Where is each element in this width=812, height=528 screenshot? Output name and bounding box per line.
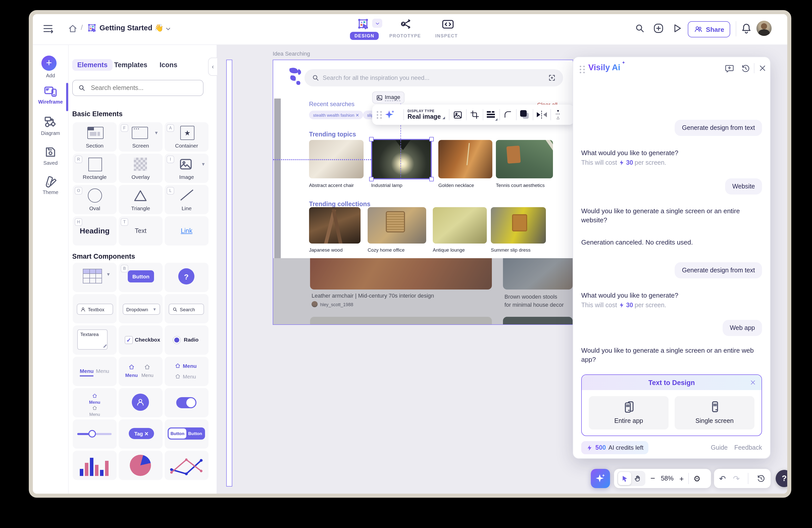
undo-icon[interactable]: ↶ — [719, 474, 726, 483]
table-variants-caret[interactable]: ▼ — [106, 272, 111, 277]
element-tile-overlay[interactable]: Overlay — [119, 154, 163, 183]
display-type-dropdown[interactable]: DISPLAY TYPE Real image ◢ — [407, 110, 445, 120]
redo-icon[interactable]: ↷ — [733, 474, 740, 483]
notifications-bell-icon[interactable] — [740, 22, 752, 34]
zoom-in-button[interactable]: + — [679, 474, 684, 483]
hand-tool[interactable] — [631, 472, 644, 485]
screen-variants-caret[interactable]: ▼ — [154, 130, 159, 135]
search-elements-input[interactable] — [90, 84, 193, 92]
smart-tile-pie-chart[interactable] — [119, 451, 163, 480]
saved-icon[interactable] — [44, 145, 57, 159]
zoom-out-button[interactable]: − — [650, 474, 655, 483]
rail-saved-label[interactable]: Saved — [33, 160, 68, 166]
close-panel-icon[interactable] — [758, 64, 767, 73]
smart-tile-menu-icons[interactable]: Menu Menu — [119, 357, 163, 386]
flip-icon[interactable] — [537, 111, 547, 119]
smart-tile-button[interactable]: B Button — [119, 263, 163, 292]
smart-tile-menu-stacked[interactable]: Menu Menu — [73, 388, 117, 417]
smart-tile-button-group[interactable]: Button Button — [165, 419, 208, 449]
drag-handle-icon[interactable] — [377, 111, 382, 118]
fill-style-icon[interactable]: ◢ — [487, 111, 496, 119]
selection-handle[interactable] — [429, 137, 434, 142]
rail-theme-label[interactable]: Theme — [33, 189, 68, 195]
panel-drag-handle-icon[interactable] — [580, 66, 585, 73]
version-history-icon[interactable] — [756, 474, 766, 483]
crop-icon[interactable] — [470, 110, 479, 119]
collapse-panel-chevron[interactable]: ‹ — [208, 58, 217, 76]
option-entire-app[interactable]: Entire app — [589, 396, 669, 429]
search-icon[interactable] — [634, 23, 646, 34]
corner-radius-icon[interactable] — [504, 110, 512, 119]
chevron-down-icon[interactable] — [164, 25, 172, 33]
smart-tile-help[interactable]: ? — [165, 263, 208, 292]
collection-image-summer-slip-dress[interactable] — [491, 207, 546, 244]
guide-link[interactable]: Guide — [711, 444, 728, 451]
smart-tile-textarea[interactable]: Textarea — [73, 325, 117, 355]
side-screen-frame[interactable] — [226, 60, 232, 487]
tab-templates[interactable]: Templates — [114, 61, 147, 69]
selection-handle[interactable] — [429, 177, 434, 181]
smart-tile-radio[interactable]: Radio — [165, 325, 208, 355]
new-chat-icon[interactable] — [725, 64, 734, 73]
add-button[interactable]: + — [41, 56, 57, 71]
help-button[interactable]: ? — [775, 470, 791, 487]
main-menu-icon[interactable] — [42, 22, 55, 35]
element-tile-image[interactable]: I ▼ Image — [165, 154, 208, 183]
element-tile-section[interactable]: Section — [73, 122, 117, 152]
rail-diagram-label[interactable]: Diagram — [33, 130, 68, 136]
option-single-screen[interactable]: Single screen — [675, 396, 754, 429]
smart-tile-avatar[interactable] — [119, 388, 163, 417]
cursor-tool[interactable] — [618, 472, 631, 485]
expand-icon[interactable] — [548, 74, 556, 82]
element-tile-screen[interactable]: F ▼ Screen — [119, 122, 163, 152]
element-tile-line[interactable]: L Line — [165, 185, 208, 214]
smart-tile-menu-tabs[interactable]: Menu Menu — [73, 357, 117, 386]
zoom-level[interactable]: 58% — [659, 475, 676, 482]
element-tile-rectangle[interactable]: R Rectangle — [73, 154, 117, 183]
ai-assistant-button[interactable] — [591, 469, 610, 488]
element-tile-text[interactable]: T Text — [119, 216, 163, 245]
smart-tile-bar-chart[interactable] — [73, 451, 117, 480]
present-play-icon[interactable] — [672, 23, 683, 34]
home-icon[interactable] — [68, 24, 78, 34]
collection-image-japanese-wood[interactable] — [309, 207, 361, 244]
feedback-link[interactable]: Feedback — [734, 444, 762, 451]
theme-icon[interactable] — [44, 175, 57, 188]
element-tile-triangle[interactable]: Triangle — [119, 185, 163, 214]
smart-tile-search[interactable]: Search — [165, 294, 208, 323]
image-variants-caret[interactable]: ▼ — [201, 162, 205, 167]
image-fill-icon[interactable] — [453, 110, 463, 119]
share-button[interactable]: Share — [688, 21, 730, 38]
element-tile-heading[interactable]: H Heading — [73, 216, 117, 245]
smart-tile-textbox[interactable]: Textbox — [73, 294, 117, 323]
inspiration-search-bar[interactable]: Search for all the inspiration you need.… — [304, 69, 563, 86]
selection-handle[interactable] — [369, 137, 374, 142]
add-file-icon[interactable] — [653, 23, 664, 34]
diagram-icon[interactable] — [43, 115, 58, 129]
smart-tile-tag[interactable]: Tag ✕ — [119, 419, 163, 449]
selection-handle[interactable] — [369, 177, 374, 181]
smart-tile-toggle[interactable] — [165, 388, 208, 417]
smart-tile-dropdown[interactable]: Dropdown▼ — [119, 294, 163, 323]
topic-image-tennis-court[interactable] — [496, 140, 553, 179]
topic-image-industrial-lamp-selected[interactable] — [371, 139, 432, 180]
element-tile-oval[interactable]: O Oval — [73, 185, 117, 214]
card-close-icon[interactable] — [749, 379, 756, 386]
element-tile-link[interactable]: Link — [165, 216, 208, 245]
search-elements-box[interactable] — [72, 80, 203, 96]
tab-icons[interactable]: Icons — [160, 61, 177, 69]
breadcrumb[interactable]: Getting Started 👋 — [100, 24, 164, 32]
distribute-icon[interactable]: ▼ ••• △ — [554, 110, 562, 120]
collection-image-antique-lounge[interactable] — [433, 207, 487, 244]
ai-sparkle-icon[interactable] — [384, 109, 395, 120]
collection-image-cozy-home-office[interactable] — [368, 207, 426, 244]
shadow-icon[interactable] — [520, 110, 529, 119]
wireframe-icon[interactable] — [43, 84, 58, 98]
chat-history-icon[interactable] — [741, 64, 750, 73]
canvas-settings-gear-icon[interactable]: ⚙ — [693, 474, 701, 483]
smart-tile-checkbox[interactable]: ✓ Checkbox — [119, 325, 163, 355]
smart-tile-table[interactable]: ▼ — [73, 263, 117, 292]
frame-title[interactable]: Idea Searching — [273, 51, 310, 57]
topic-image-golden-necklace[interactable] — [438, 140, 492, 179]
element-tile-container[interactable]: A ★ Container — [165, 122, 208, 152]
